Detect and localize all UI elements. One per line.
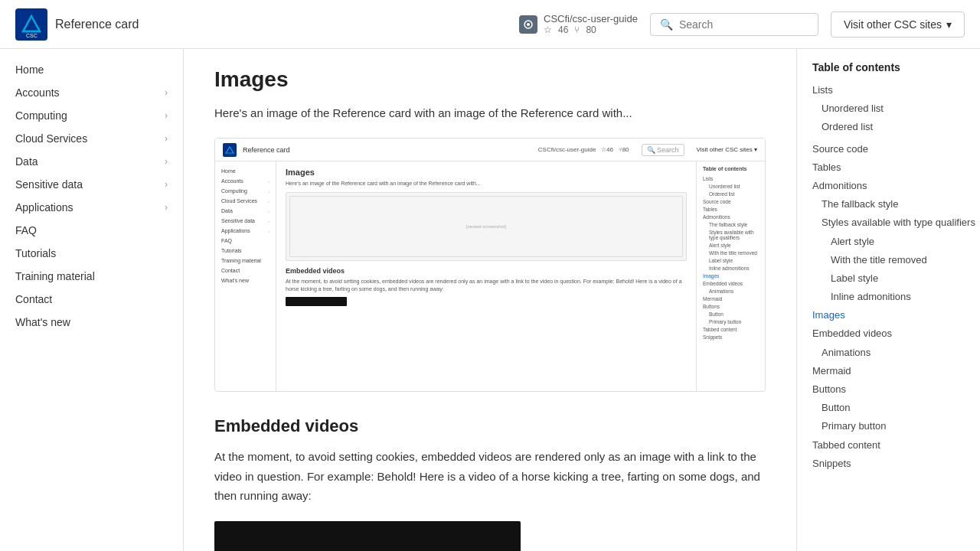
visit-btn[interactable]: Visit other CSC sites ▾ — [831, 11, 965, 37]
nested-visit: Visit other CSC sites ▾ — [697, 146, 757, 153]
toc-item-unordered-list[interactable]: Unordered list — [812, 99, 980, 118]
fork-icon: ⑂ — [574, 24, 580, 35]
main-content: Images Here's an image of the Reference … — [184, 49, 796, 551]
sidebar-item-cloud-services[interactable]: Cloud Services › — [0, 127, 183, 150]
page-title: Images — [214, 67, 766, 92]
repo-info: CSCfi/csc-user-guide ☆ 46 ⑂ 80 — [519, 13, 638, 35]
repo-stats: ☆ 46 ⑂ 80 — [544, 24, 638, 35]
sidebar-item-label: Computing — [15, 109, 67, 122]
sidebar-item-sensitive-data[interactable]: Sensitive data › — [0, 173, 183, 196]
visit-btn-label: Visit other CSC sites — [844, 18, 942, 31]
toc-item-embedded-videos[interactable]: Embedded videos — [812, 324, 980, 343]
embedded-section-text: At the moment, to avoid setting cookies,… — [214, 447, 766, 506]
toc-sidebar: Table of contents Lists Unordered list O… — [796, 49, 980, 551]
sidebar-item-label: Training material — [15, 270, 95, 282]
sidebar-item-label: Accounts — [15, 86, 60, 99]
sidebar-item-label: Home — [15, 64, 44, 76]
chevron-right-icon: › — [165, 202, 168, 213]
toc-item-ordered-list[interactable]: Ordered list — [812, 118, 980, 136]
nested-sidebar: Home Accounts › Computing › Cloud Servic… — [215, 161, 276, 391]
sidebar-item-faq[interactable]: FAQ — [0, 219, 183, 242]
chevron-right-icon: › — [165, 179, 168, 190]
sidebar-item-label: What's new — [15, 316, 70, 328]
svg-text:CSC: CSC — [26, 33, 38, 38]
sidebar-item-label: Data — [15, 155, 38, 168]
nested-img-box: [nested screenshot] — [286, 192, 687, 261]
toc-item-styles-with-type[interactable]: Styles available with type qualifiers — [812, 214, 980, 232]
nested-header: Reference card CSCfi/csc-user-guide ☆46 … — [215, 139, 765, 161]
sidebar-item-label: Contact — [15, 293, 52, 305]
toc-item-source-code[interactable]: Source code — [812, 140, 980, 158]
svg-point-5 — [527, 23, 530, 26]
toc-item-button[interactable]: Button — [812, 399, 980, 417]
header: CSC Reference card CSCfi/csc-user-guide … — [0, 0, 980, 49]
sidebar-item-applications[interactable]: Applications › — [0, 196, 183, 219]
toc-item-alert-style[interactable]: Alert style — [812, 233, 980, 251]
sidebar-item-data[interactable]: Data › — [0, 150, 183, 173]
toc-item-snippets[interactable]: Snippets — [812, 455, 980, 473]
nested-inner-screenshot: [nested screenshot] — [289, 196, 683, 257]
nested-title: Reference card — [243, 146, 290, 154]
sidebar-item-home[interactable]: Home — [0, 58, 183, 81]
search-icon: 🔍 — [660, 18, 673, 31]
sidebar-item-label: Tutorials — [15, 247, 56, 259]
toc-item-primary-button[interactable]: Primary button — [812, 417, 980, 435]
star-icon: ☆ — [544, 24, 552, 35]
nested-toc: Table of contents Lists Unordered list O… — [696, 161, 765, 391]
stars-count: 46 — [558, 24, 568, 35]
screenshot-image: Reference card CSCfi/csc-user-guide ☆46 … — [214, 138, 766, 392]
video-placeholder — [214, 521, 521, 552]
forks-count: 80 — [586, 24, 596, 35]
toc-item-fallback-style[interactable]: The fallback style — [812, 195, 980, 214]
nested-search: 🔍 Search — [642, 144, 684, 156]
sidebar-item-training[interactable]: Training material — [0, 265, 183, 288]
toc-item-admonitions[interactable]: Admonitions — [812, 177, 980, 195]
sidebar-item-label: Cloud Services — [15, 132, 87, 145]
sidebar-item-label: Sensitive data — [15, 178, 83, 191]
chevron-right-icon: › — [165, 156, 168, 167]
chevron-right-icon: › — [165, 87, 168, 98]
toc-item-title-removed[interactable]: With the title removed — [812, 251, 980, 269]
sidebar-item-whats-new[interactable]: What's new — [0, 311, 183, 334]
toc-item-animations[interactable]: Animations — [812, 344, 980, 362]
sidebar: Home Accounts › Computing › Cloud Servic… — [0, 49, 184, 551]
embedded-videos-section: Embedded videos At the moment, to avoid … — [214, 416, 766, 551]
toc-item-label-style[interactable]: Label style — [812, 269, 980, 288]
repo-name[interactable]: CSCfi/csc-user-guide — [544, 13, 638, 24]
page-intro: Here's an image of the Reference card wi… — [214, 104, 766, 122]
search-input[interactable] — [679, 18, 808, 31]
toc-item-tables[interactable]: Tables — [812, 158, 980, 177]
chevron-down-icon: ▾ — [946, 18, 952, 31]
sidebar-item-contact[interactable]: Contact — [0, 288, 183, 311]
toc-item-images[interactable]: Images — [812, 306, 980, 324]
layout: Home Accounts › Computing › Cloud Servic… — [0, 49, 980, 551]
toc-item-tabbed-content[interactable]: Tabbed content — [812, 436, 980, 455]
sidebar-item-computing[interactable]: Computing › — [0, 104, 183, 127]
nested-main: Images Here's an image of the Reference … — [276, 161, 696, 391]
toc-item-mermaid[interactable]: Mermaid — [812, 362, 980, 380]
toc-item-buttons[interactable]: Buttons — [812, 380, 980, 399]
svg-rect-6 — [223, 143, 237, 157]
toc-item-lists[interactable]: Lists — [812, 81, 980, 99]
sidebar-item-tutorials[interactable]: Tutorials — [0, 242, 183, 265]
chevron-right-icon: › — [165, 110, 168, 121]
csc-logo-icon: CSC — [15, 8, 47, 41]
repo-icon — [519, 15, 537, 34]
embedded-section-heading: Embedded videos — [214, 416, 766, 436]
logo-link[interactable]: CSC Reference card — [15, 8, 139, 41]
site-title: Reference card — [55, 18, 139, 31]
toc-heading: Table of contents — [812, 61, 980, 73]
sidebar-item-label: FAQ — [15, 224, 37, 236]
sidebar-item-accounts[interactable]: Accounts › — [0, 81, 183, 104]
sidebar-item-label: Applications — [15, 201, 74, 214]
chevron-right-icon: › — [165, 133, 168, 144]
search-box[interactable]: 🔍 — [650, 13, 818, 36]
toc-item-inline-admonitions[interactable]: Inline admonitions — [812, 288, 980, 306]
nested-repo: CSCfi/csc-user-guide ☆46 ⑂80 — [538, 146, 629, 153]
